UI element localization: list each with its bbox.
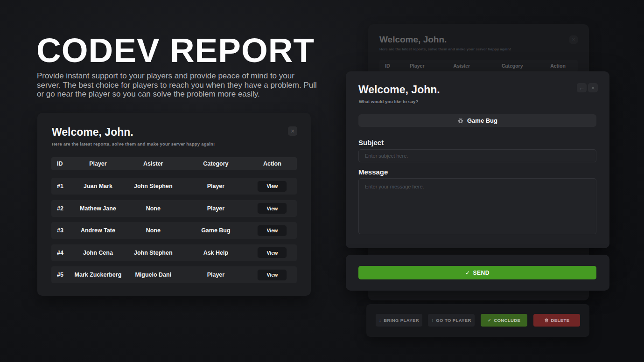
- report-asister: John Stephen: [123, 183, 184, 189]
- modal-subheading: What would you like to say?: [359, 99, 418, 104]
- check-icon: ✓: [465, 270, 470, 276]
- report-id: #5: [51, 272, 73, 278]
- reports-table-header: ID Player Asister Category Action: [51, 157, 297, 170]
- go-to-player-label: GO TO PLAYER: [436, 318, 471, 323]
- report-player: John Cena: [73, 250, 122, 256]
- bg-panel-heading: Welcome, John.: [379, 35, 447, 45]
- delete-label: DELETE: [551, 318, 570, 323]
- col-action: Action: [248, 160, 297, 167]
- report-id: #1: [51, 183, 73, 189]
- message-label: Message: [358, 168, 388, 176]
- reports-panel: Welcome, John. Here are the latest repor…: [37, 113, 311, 296]
- bring-player-label: BRING PLAYER: [384, 318, 419, 323]
- report-category: Player: [184, 272, 248, 278]
- report-category: Ask Help: [184, 250, 248, 256]
- report-modal: Welcome, John. What would you like to sa…: [346, 71, 609, 248]
- view-button[interactable]: View: [257, 225, 287, 237]
- report-id: #3: [51, 227, 73, 234]
- reports-panel-heading: Welcome, John.: [52, 126, 133, 139]
- report-id: #4: [51, 250, 73, 256]
- reports-panel-subheading: Here are the latest reports, solve them …: [52, 141, 215, 146]
- report-row: #1 Juan Mark John Stephen Player View: [51, 178, 297, 195]
- close-icon: ×: [572, 36, 575, 43]
- page-subtitle: Provide instant support to your players …: [37, 71, 317, 99]
- modal-heading: Welcome, John.: [358, 84, 440, 96]
- bg-panel-subheading: Here are the latest reports, solve them …: [379, 47, 511, 51]
- modal-close-button[interactable]: ×: [588, 83, 598, 92]
- message-textarea[interactable]: [358, 178, 596, 234]
- bg-table-header: ID Player Asister Category Action: [379, 60, 578, 72]
- bug-icon: [457, 118, 464, 124]
- col-category: Category: [184, 160, 248, 167]
- close-icon: ×: [291, 127, 294, 135]
- actions-bar: ↓ BRING PLAYER ↑ GO TO PLAYER ✓ CONCLUDE…: [366, 304, 589, 337]
- category-game-bug-button[interactable]: Game Bug: [358, 114, 596, 127]
- conclude-label: CONCLUDE: [494, 318, 520, 323]
- report-row: #4 John Cena John Stephen Ask Help View: [51, 244, 297, 261]
- category-label: Game Bug: [467, 117, 497, 124]
- report-category: Game Bug: [184, 227, 248, 234]
- subject-label: Subject: [358, 139, 384, 146]
- report-player: Andrew Tate: [73, 227, 122, 234]
- send-label: SEND: [473, 270, 490, 276]
- report-category: Player: [184, 183, 248, 189]
- view-button[interactable]: View: [257, 202, 287, 214]
- report-id: #2: [51, 205, 73, 212]
- report-player: Juan Mark: [73, 183, 122, 189]
- bring-player-button[interactable]: ↓ BRING PLAYER: [376, 314, 422, 327]
- back-button[interactable]: ←: [577, 83, 587, 92]
- send-button[interactable]: ✓ SEND: [358, 266, 596, 279]
- page-title: CODEV REPORT: [36, 31, 315, 70]
- send-card: ✓ SEND: [346, 255, 609, 291]
- reports-close-button[interactable]: ×: [288, 126, 297, 136]
- report-asister: John Stephen: [123, 250, 184, 256]
- report-category: Player: [184, 205, 248, 212]
- go-to-player-button[interactable]: ↑ GO TO PLAYER: [428, 314, 475, 327]
- report-player: Mathew Jane: [73, 205, 122, 212]
- col-id: ID: [51, 160, 73, 167]
- check-icon: ✓: [488, 318, 491, 323]
- report-player: Mark Zuckerberg: [73, 272, 122, 278]
- report-row: #2 Mathew Jane None Player View: [51, 200, 297, 217]
- subject-input[interactable]: [358, 149, 596, 162]
- codev-report-screen: CODEV REPORT Provide instant support to …: [0, 0, 644, 362]
- view-button[interactable]: View: [257, 269, 287, 281]
- delete-button[interactable]: DELETE: [533, 314, 580, 327]
- arrow-up-icon: ↑: [431, 318, 434, 323]
- report-asister: Miguelo Dani: [123, 272, 184, 278]
- trash-icon: [544, 318, 549, 323]
- report-asister: None: [123, 227, 184, 234]
- close-icon: ×: [591, 84, 595, 91]
- report-row: #5 Mark Zuckerberg Miguelo Dani Player V…: [51, 266, 297, 283]
- col-player: Player: [73, 160, 122, 167]
- bg-close-button: ×: [569, 35, 578, 44]
- conclude-button[interactable]: ✓ CONCLUDE: [481, 314, 527, 327]
- back-arrow-icon: ←: [579, 84, 585, 91]
- view-button[interactable]: View: [257, 181, 287, 192]
- report-row: #3 Andrew Tate None Game Bug View: [51, 222, 297, 239]
- col-asister: Asister: [123, 160, 184, 167]
- view-button[interactable]: View: [257, 247, 287, 258]
- arrow-down-icon: ↓: [379, 318, 381, 323]
- report-asister: None: [123, 205, 184, 212]
